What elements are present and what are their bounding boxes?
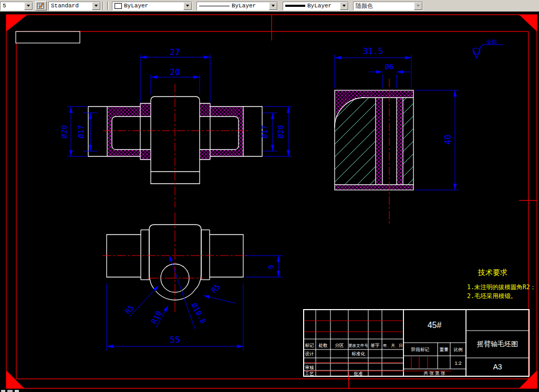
title-block: 标记 处数 分区 更改文件号 签字 年、月、日 设计 标准化 审核 工艺 批准 …: [304, 310, 529, 389]
dim-r10: R10: [150, 310, 163, 325]
surface-roughness-note: 全部: [473, 39, 503, 58]
corner-triangle-top-left: [6, 15, 27, 31]
sheet-info: 共 张 第 张: [423, 370, 445, 376]
table-pencil-icon: [37, 2, 45, 9]
cad-application: 5 Standard ByLayer ByLayer: [0, 0, 539, 392]
plot-corner-triangles: [6, 15, 537, 388]
leader-r5-right: [203, 295, 236, 303]
lineweight-value: ByLayer: [307, 3, 331, 9]
hdr-file-no: 更改文件号: [348, 343, 368, 348]
roughness-scope-label: 全部: [486, 39, 497, 45]
top-view-centerlines: [102, 213, 250, 312]
plotstyle-value: 随颜色: [354, 2, 373, 10]
technical-requirements: 技术要求 1.未注明的拔模圆角R2； 2.毛坯采用模锻。: [467, 268, 536, 300]
linetype-combo[interactable]: ByLayer: [196, 2, 278, 10]
lineweight-sample-icon: [285, 5, 305, 7]
text-style-combo[interactable]: Standard: [48, 2, 101, 10]
hatch-right-collar: [200, 103, 243, 160]
plotstyle-dropdown-button: [414, 2, 422, 10]
plotstyle-combo: 随颜色: [353, 2, 423, 10]
dim-dia6: Ø6: [385, 62, 394, 71]
corner-triangle-bottom-right: [519, 370, 537, 388]
label-approve: 批准: [354, 371, 364, 376]
hdr-count: 处数: [319, 343, 328, 348]
dim-55: 55: [170, 335, 180, 345]
properties-toolbar: 5 Standard ByLayer ByLayer: [0, 0, 539, 12]
chevron-down-icon: [95, 5, 98, 7]
selection-box: [16, 31, 80, 43]
linetype-dropdown-button[interactable]: [269, 2, 277, 10]
roughness-symbol-icon: [473, 45, 503, 58]
dim-r5-right: R5: [210, 282, 222, 294]
partial-combo[interactable]: 5: [0, 2, 33, 10]
dim-dia17-left: Ø17: [77, 125, 85, 138]
tech-req-line1: 1.未注明的拔模圆角R2；: [467, 283, 536, 291]
label-design: 设计: [305, 351, 315, 356]
hdr-date: 年、月、日: [382, 343, 403, 348]
dim-40: 40: [443, 134, 453, 144]
corner-triangle-bottom-left: [6, 370, 24, 388]
front-view: 27 20 Ø20 Ø17 Ø17 Ø20: [60, 47, 292, 207]
tech-req-title: 技术要求: [478, 268, 507, 277]
dim-27: 27: [170, 47, 180, 57]
dim-dia20-left: Ø20: [60, 125, 68, 138]
color-swatch-icon: [115, 3, 122, 9]
label-scale: 比例: [454, 347, 463, 352]
dim-9: 9: [267, 265, 275, 269]
text-style-manager-button[interactable]: [35, 1, 47, 10]
side-view: 31.5 Ø6 40: [335, 46, 459, 225]
chevron-down-icon: [272, 5, 275, 7]
paper-frame: [6, 15, 537, 389]
color-value: ByLayer: [124, 3, 148, 9]
lineweight-combo[interactable]: ByLayer: [283, 2, 349, 10]
hdr-signature: 签字: [371, 343, 380, 348]
hatch-left-collar: [107, 103, 151, 160]
dim-r5-left: R5: [123, 303, 136, 315]
text-style-dropdown-button[interactable]: [92, 2, 100, 10]
hdr-mark: 标记: [305, 343, 315, 348]
hdr-zone: 分区: [335, 343, 344, 348]
chevron-down-icon: [343, 5, 346, 7]
dim-dia20-right: Ø20: [276, 125, 285, 138]
label-weight: 重量: [440, 347, 449, 352]
corner-triangle-top-right: [519, 15, 537, 31]
dim-31-5: 31.5: [363, 46, 383, 56]
color-dropdown-button[interactable]: [183, 2, 192, 10]
color-combo[interactable]: ByLayer: [112, 2, 192, 10]
linetype-sample-icon: [199, 6, 230, 6]
lineweight-dropdown-button[interactable]: [340, 2, 348, 10]
statusbar-artifact: [1, 390, 19, 392]
dim-dia10-8: Ø10.8: [190, 301, 208, 325]
material-label: 45#: [428, 321, 442, 330]
label-stage-mark: 阶段标记: [411, 347, 430, 352]
label-process: 工艺: [305, 371, 315, 376]
front-view-centerlines: [103, 84, 248, 207]
chevron-down-icon: [417, 5, 420, 7]
toolbar-separator: [102, 2, 104, 10]
linetype-value: ByLayer: [232, 3, 256, 9]
partial-combo-value: 5: [1, 3, 6, 9]
dim-dia17-right: Ø17: [260, 125, 268, 138]
drawing-svg: 27 20 Ø20 Ø17 Ø17 Ø20: [0, 12, 539, 392]
top-view: 55 9 R5 R10 Ø10.8 R5: [102, 213, 283, 351]
paper-size: A3: [493, 363, 502, 371]
label-check: 审核: [305, 365, 315, 370]
chevron-down-icon: [186, 5, 189, 7]
tech-req-line2: 2.毛坯采用模锻。: [467, 292, 516, 300]
toolbar-separator: [107, 2, 109, 10]
chevron-down-icon: [27, 5, 30, 7]
scale-value: 1:2: [454, 360, 461, 366]
drawing-canvas[interactable]: 27 20 Ø20 Ø17 Ø17 Ø20: [0, 12, 539, 392]
partial-combo-dropdown-button[interactable]: [24, 2, 33, 10]
drawing-title: 摇臂轴毛坯图: [476, 340, 518, 348]
label-standardization: 标准化: [351, 351, 365, 356]
text-style-value: Standard: [49, 3, 79, 9]
dim-20: 20: [170, 67, 180, 77]
